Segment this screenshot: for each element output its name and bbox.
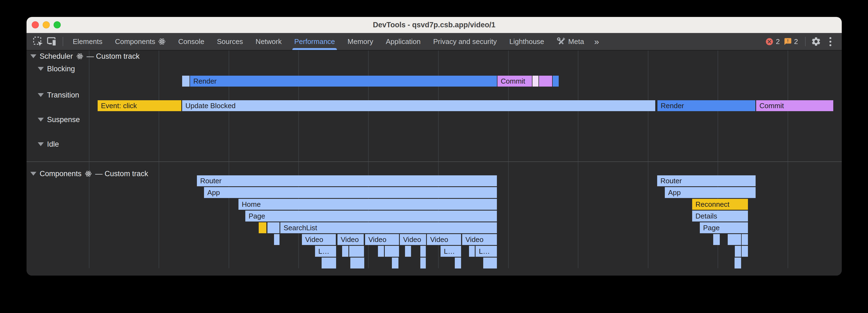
flame-bar-home[interactable]: Home: [239, 199, 497, 210]
toolbar-divider: [805, 37, 806, 46]
flame-bar[interactable]: [539, 76, 552, 86]
device-toolbar-icon[interactable]: [45, 34, 59, 48]
flame-bar[interactable]: [735, 246, 741, 257]
settings-gear-icon[interactable]: [809, 34, 823, 48]
flame-bar[interactable]: [378, 246, 384, 257]
flame-bar-page[interactable]: Page: [245, 211, 497, 221]
flame-bar-l[interactable]: L…: [440, 246, 461, 257]
flame-bar[interactable]: [420, 257, 426, 269]
track-header-components[interactable]: Components — Custom track: [30, 169, 148, 178]
zoom-window-button[interactable]: [54, 21, 61, 28]
flame-bar[interactable]: [532, 76, 538, 86]
track-title: Scheduler: [40, 52, 73, 61]
flame-bar-l[interactable]: L…: [475, 246, 497, 257]
flame-bar[interactable]: [274, 234, 279, 245]
tab-memory[interactable]: Memory: [341, 33, 379, 50]
react-atom-icon: [76, 53, 84, 60]
flame-bar[interactable]: [392, 257, 398, 269]
flame-bar[interactable]: [742, 234, 748, 245]
flame-bar-render[interactable]: Render: [657, 100, 755, 111]
tab-label: Application: [386, 37, 421, 46]
window-titlebar: DevTools - qsvd7p.csb.app/video/1: [27, 17, 842, 33]
flame-bar[interactable]: [455, 257, 461, 269]
lane-label-transition[interactable]: Transition: [38, 91, 79, 100]
tab-network[interactable]: Network: [249, 33, 288, 50]
flame-bar[interactable]: [553, 76, 559, 86]
track-header-scheduler[interactable]: Scheduler — Custom track: [30, 51, 140, 61]
warning-count-icon[interactable]: [784, 37, 792, 46]
tab-elements[interactable]: Elements: [66, 33, 108, 50]
tab-performance[interactable]: Performance: [288, 33, 341, 50]
flame-bar-commit[interactable]: Commit: [497, 76, 532, 86]
warning-count[interactable]: 2: [794, 37, 798, 46]
flame-bar[interactable]: [469, 246, 475, 257]
tab-label: Meta: [568, 37, 584, 46]
kebab-menu-icon[interactable]: [823, 34, 837, 48]
flame-bar-searchlist[interactable]: SearchList: [280, 222, 497, 233]
tab-label: Elements: [73, 37, 102, 46]
flame-bar-reconnect[interactable]: Reconnect: [692, 199, 748, 210]
flame-bar[interactable]: [405, 246, 411, 257]
tab-meta[interactable]: Meta: [551, 33, 590, 50]
error-count[interactable]: 2: [776, 37, 780, 46]
minimize-window-button[interactable]: [43, 21, 50, 28]
flame-bar[interactable]: [182, 76, 189, 86]
inspect-element-icon[interactable]: [31, 34, 45, 48]
tab-label: Privacy and security: [433, 37, 497, 46]
flame-bar[interactable]: [742, 246, 748, 257]
lane-label-blocking[interactable]: Blocking: [38, 64, 75, 73]
flame-bar-render[interactable]: Render: [190, 76, 497, 86]
flame-bar-video[interactable]: Video: [365, 234, 399, 245]
flame-bar-router[interactable]: Router: [657, 175, 755, 186]
tab-label: Lighthouse: [509, 37, 544, 46]
tab-sources[interactable]: Sources: [211, 33, 249, 50]
track-subtitle: — Custom track: [95, 170, 148, 178]
flame-bar-l[interactable]: L…: [315, 246, 336, 257]
track-title: Components: [40, 170, 82, 178]
flame-bar[interactable]: [385, 246, 399, 257]
flame-bar[interactable]: [735, 257, 741, 269]
flame-bar[interactable]: [268, 222, 279, 233]
flame-bar[interactable]: [483, 257, 497, 269]
flame-bar-video[interactable]: Video: [338, 234, 364, 245]
flame-bar[interactable]: [342, 246, 348, 257]
tab-privacy-and-security[interactable]: Privacy and security: [427, 33, 503, 50]
flame-bar-update-blocked[interactable]: Update Blocked: [182, 100, 655, 111]
flame-bar[interactable]: [321, 257, 336, 269]
flame-bar-video[interactable]: Video: [302, 234, 336, 245]
flame-bar[interactable]: [259, 222, 266, 233]
lane-label-idle[interactable]: Idle: [38, 140, 59, 149]
tab-application[interactable]: Application: [379, 33, 427, 50]
tab-console[interactable]: Console: [172, 33, 211, 50]
timeline-gridline: [787, 50, 788, 268]
tab-label: Console: [178, 37, 204, 46]
flame-bar[interactable]: [420, 246, 426, 257]
flame-bar-app[interactable]: App: [204, 187, 497, 198]
flame-bar-router[interactable]: Router: [197, 175, 497, 186]
timeline-gridline: [648, 50, 648, 268]
flame-bar[interactable]: [728, 234, 741, 245]
close-window-button[interactable]: [32, 21, 39, 28]
tab-label: Components: [115, 37, 155, 46]
flame-bar-video[interactable]: Video: [462, 234, 497, 245]
tab-label: Network: [256, 37, 282, 46]
flame-bar[interactable]: [350, 257, 364, 269]
flame-bar[interactable]: [349, 246, 364, 257]
flame-bar-event-click[interactable]: Event: click: [98, 100, 181, 111]
flame-bar-details[interactable]: Details: [692, 211, 748, 221]
flame-bar[interactable]: [713, 234, 720, 245]
flame-bar-commit[interactable]: Commit: [756, 100, 833, 111]
chevron-down-icon: [38, 93, 44, 97]
error-count-icon[interactable]: [765, 37, 774, 46]
tab-components[interactable]: Components: [108, 33, 172, 50]
window-title: DevTools - qsvd7p.csb.app/video/1: [373, 21, 495, 29]
lane-label-suspense[interactable]: Suspense: [38, 115, 80, 124]
tab-lighthouse[interactable]: Lighthouse: [503, 33, 551, 50]
flame-bar-app[interactable]: App: [665, 187, 755, 198]
more-tabs-icon[interactable]: »: [590, 37, 603, 47]
flame-bar-page[interactable]: Page: [700, 222, 748, 233]
react-atom-icon: [158, 38, 166, 45]
flame-bar-video[interactable]: Video: [427, 234, 461, 245]
traffic-lights: [32, 21, 61, 28]
flame-bar-video[interactable]: Video: [400, 234, 426, 245]
